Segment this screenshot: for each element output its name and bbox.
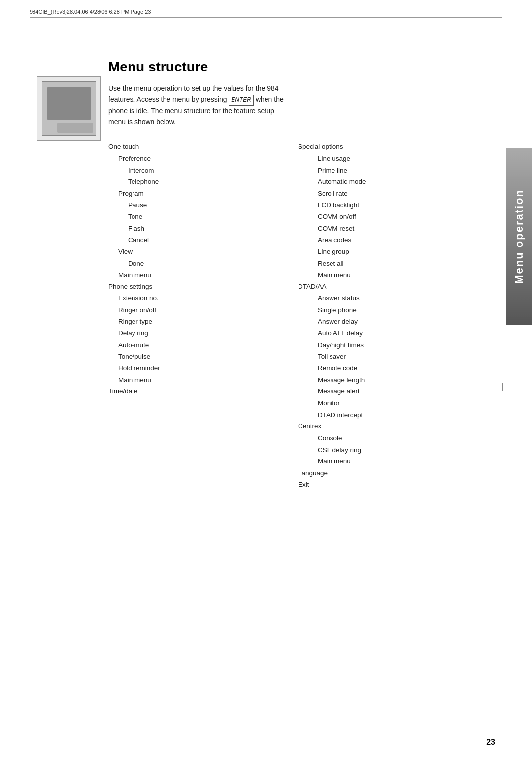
- right-menu-item-9: Line group: [298, 246, 488, 258]
- intro-line3: when the: [256, 95, 284, 103]
- left-menu-item-7: Flash: [108, 223, 298, 235]
- right-menu-item-27: CSL delay ring: [298, 444, 488, 456]
- right-menu-item-2: Prime line: [298, 165, 488, 176]
- right-menu-item-1: Line usage: [298, 153, 488, 165]
- crosshair-right: [499, 383, 506, 391]
- crosshair-bottom: [262, 749, 270, 757]
- intro-line5: menu is shown below.: [108, 118, 176, 126]
- intro-line1: Use the menu operation to set up the val…: [108, 84, 279, 92]
- phone-image: [37, 76, 101, 141]
- enter-key: ENTER: [229, 95, 254, 105]
- right-menu-item-8: Area codes: [298, 234, 488, 246]
- left-menu-item-19: Auto-mute: [108, 339, 298, 351]
- right-menu-item-16: Auto ATT delay: [298, 327, 488, 339]
- right-menu-item-15: Answer delay: [298, 316, 488, 328]
- intro-line2: features. Access the menu by pressing: [108, 95, 227, 103]
- right-menu-item-30: Language: [298, 467, 488, 479]
- left-menu-item-16: Ringer on/off: [108, 304, 298, 316]
- right-menu-item-5: LCD backlight: [298, 199, 488, 211]
- right-menu-item-0: Special options: [298, 141, 488, 153]
- left-menu-item-23: Time/date: [108, 386, 298, 397]
- crosshair-top: [262, 10, 270, 18]
- page-title: Menu structure: [108, 59, 488, 75]
- left-menu-item-17: Ringer type: [108, 316, 298, 328]
- header-text: 984CIB_(Rev3)28.04.06 4/28/06 6:28 PM Pa…: [30, 9, 151, 15]
- menu-right-column: Special optionsLine usagePrime lineAutom…: [298, 141, 488, 491]
- left-menu-item-2: Intercom: [108, 165, 298, 176]
- left-menu-item-10: Done: [108, 258, 298, 270]
- right-menu-item-7: COVM reset: [298, 223, 488, 235]
- side-tab: Menu operation: [506, 148, 532, 325]
- left-menu-item-6: Tone: [108, 211, 298, 223]
- right-menu-item-21: Message alert: [298, 386, 488, 397]
- menu-left-column: One touchPreferenceIntercomTelephoneProg…: [108, 141, 298, 397]
- right-menu-item-26: Console: [298, 432, 488, 444]
- page-number: 23: [486, 738, 495, 747]
- left-menu-item-13: Phone settings: [108, 281, 298, 293]
- right-menu-item-28: Main menu: [298, 456, 488, 467]
- right-menu-item-32: Exit: [298, 479, 488, 491]
- left-menu-item-20: Tone/pulse: [108, 351, 298, 363]
- left-menu-item-11: Main menu: [108, 269, 298, 281]
- left-menu-item-15: Extension no.: [108, 292, 298, 304]
- right-menu-item-11: Main menu: [298, 269, 488, 281]
- crosshair-left: [26, 383, 33, 391]
- right-menu-item-20: Message length: [298, 374, 488, 386]
- left-menu-item-1: Preference: [108, 153, 298, 165]
- menu-columns: One touchPreferenceIntercomTelephoneProg…: [108, 141, 488, 491]
- left-menu-item-9: View: [108, 246, 298, 258]
- right-menu-item-3: Automatic mode: [298, 176, 488, 188]
- right-menu-item-17: Day/night times: [298, 339, 488, 351]
- left-menu-item-21: Hold reminder: [108, 362, 298, 374]
- right-menu-item-23: DTAD intercept: [298, 409, 488, 421]
- intro-paragraph: Use the menu operation to set up the val…: [108, 83, 443, 127]
- right-menu-item-18: Toll saver: [298, 351, 488, 363]
- right-menu-item-19: Remote code: [298, 362, 488, 374]
- right-menu-item-12: DTAD/AA: [298, 281, 488, 293]
- left-menu-item-22: Main menu: [108, 374, 298, 386]
- left-menu-item-3: Telephone: [108, 176, 298, 188]
- main-content: Menu structure Use the menu operation to…: [108, 59, 488, 491]
- side-tab-label: Menu operation: [513, 189, 526, 284]
- right-menu-item-14: Single phone: [298, 304, 488, 316]
- right-menu-item-10: Reset all: [298, 258, 488, 270]
- left-menu-item-4: Program: [108, 188, 298, 200]
- left-menu-item-18: Delay ring: [108, 327, 298, 339]
- intro-line4: phone is idle. The menu structure for th…: [108, 107, 274, 115]
- right-menu-item-6: COVM on/off: [298, 211, 488, 223]
- right-menu-item-22: Monitor: [298, 397, 488, 409]
- left-menu-item-8: Cancel: [108, 234, 298, 246]
- phone-thumbnail: [42, 81, 96, 136]
- right-menu-item-25: Centrex: [298, 421, 488, 432]
- left-menu-item-5: Pause: [108, 199, 298, 211]
- right-menu-item-4: Scroll rate: [298, 188, 488, 200]
- left-menu-item-0: One touch: [108, 141, 298, 153]
- right-menu-item-13: Answer status: [298, 292, 488, 304]
